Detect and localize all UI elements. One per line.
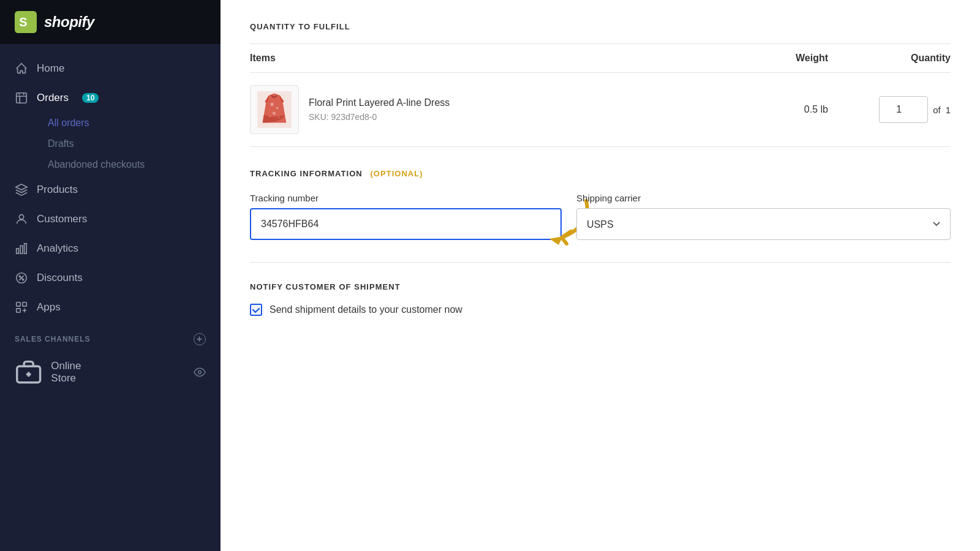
svg-point-19 — [276, 107, 279, 109]
product-info: Floral Print Layered A-line Dress SKU: 9… — [309, 97, 450, 122]
divider — [250, 262, 951, 263]
product-image — [250, 85, 299, 134]
product-name: Floral Print Layered A-line Dress — [309, 97, 450, 108]
product-sku: SKU: 923d7ed8-0 — [309, 112, 450, 122]
subnav-abandoned-checkouts[interactable]: Abandoned checkouts — [38, 154, 221, 175]
orders-label: Orders — [37, 92, 69, 104]
items-table: Items Weight Quantity — [250, 43, 951, 147]
discounts-icon — [15, 271, 28, 285]
sidebar-item-discounts[interactable]: Discounts — [0, 263, 221, 293]
apps-label: Apps — [37, 301, 61, 313]
subnav-all-orders[interactable]: All orders — [38, 113, 221, 133]
weight-col-header: Weight — [796, 53, 828, 63]
discounts-label: Discounts — [37, 272, 83, 284]
customers-label: Customers — [37, 213, 87, 225]
quantity-col-header: Quantity — [911, 53, 951, 64]
table-row: Floral Print Layered A-line Dress SKU: 9… — [250, 73, 951, 146]
sales-channels-section: SALES CHANNELS + — [0, 322, 221, 350]
subnav-drafts[interactable]: Drafts — [38, 133, 221, 154]
customers-icon — [15, 212, 28, 226]
shopify-logo-icon: S — [15, 11, 37, 33]
quantity-of-label: of — [933, 105, 941, 115]
orders-badge: 10 — [82, 93, 99, 103]
svg-point-18 — [271, 103, 274, 106]
svg-rect-11 — [23, 302, 26, 306]
notify-section: NOTIFY CUSTOMER OF SHIPMENT Send shipmen… — [250, 282, 951, 316]
tracking-optional-label: (OPTIONAL) — [370, 169, 423, 178]
orders-subnav: All orders Drafts Abandoned checkouts — [0, 113, 221, 175]
analytics-icon — [15, 242, 28, 255]
main-content: QUANTITY TO FULFILL Items Weight Quantit… — [221, 0, 980, 551]
sidebar-item-analytics[interactable]: Analytics — [0, 234, 221, 263]
items-table-header: Items Weight Quantity — [250, 44, 951, 73]
svg-rect-12 — [17, 309, 20, 312]
home-icon — [15, 62, 28, 75]
quantity-section-title: QUANTITY TO FULFILL — [250, 22, 951, 31]
sidebar-item-orders[interactable]: Orders 10 — [0, 83, 221, 113]
orders-icon — [15, 91, 28, 105]
tracking-number-input[interactable] — [250, 208, 562, 240]
svg-rect-6 — [24, 244, 27, 254]
sidebar-item-home[interactable]: Home — [0, 54, 221, 83]
shipping-carrier-field: Shipping carrier USPS FedEx UPS DHL Othe… — [576, 193, 951, 240]
svg-point-9 — [23, 279, 24, 280]
svg-text:S: S — [19, 15, 27, 29]
tracking-fields: Tracking number Shipping carrier USPS Fe… — [250, 193, 951, 240]
svg-rect-4 — [17, 249, 19, 253]
sidebar-item-online-store[interactable]: Online Store — [0, 350, 221, 394]
sidebar: S shopify Home Orders 10 All orders Dra — [0, 0, 221, 551]
shipping-carrier-label: Shipping carrier — [576, 193, 951, 203]
notify-label: Send shipment details to your customer n… — [270, 304, 462, 315]
products-label: Products — [37, 184, 78, 196]
svg-rect-5 — [20, 246, 23, 253]
products-icon — [15, 183, 28, 197]
tracking-section-title: TRACKING INFORMATION (OPTIONAL) — [250, 169, 951, 178]
home-label: Home — [37, 62, 64, 75]
sales-channels-label: SALES CHANNELS — [15, 335, 90, 343]
svg-point-20 — [273, 111, 276, 114]
quantity-control: of 1 — [828, 96, 951, 123]
quantity-input[interactable] — [879, 96, 928, 123]
tracking-section: TRACKING INFORMATION (OPTIONAL) Tracking… — [250, 169, 951, 240]
sidebar-item-customers[interactable]: Customers — [0, 204, 221, 234]
items-col-header: Items — [250, 53, 276, 64]
eye-icon — [194, 366, 206, 378]
online-store-label: Online Store — [51, 360, 81, 384]
add-sales-channel-button[interactable]: + — [194, 333, 206, 345]
product-weight: 0.5 lb — [748, 104, 828, 115]
notify-customer-checkbox[interactable] — [250, 304, 262, 316]
analytics-label: Analytics — [37, 242, 78, 255]
svg-point-16 — [198, 370, 202, 373]
svg-rect-10 — [17, 302, 20, 306]
sidebar-item-apps[interactable]: Apps — [0, 293, 221, 322]
notify-section-title: NOTIFY CUSTOMER OF SHIPMENT — [250, 282, 951, 291]
tracking-number-label: Tracking number — [250, 193, 562, 203]
sidebar-item-products[interactable]: Products — [0, 175, 221, 204]
svg-point-3 — [19, 215, 23, 219]
sidebar-nav: Home Orders 10 All orders Drafts Abandon… — [0, 44, 221, 551]
sidebar-header: S shopify — [0, 0, 221, 44]
notify-checkbox-row: Send shipment details to your customer n… — [250, 304, 951, 316]
apps-icon — [15, 301, 28, 314]
tracking-number-field: Tracking number — [250, 193, 562, 240]
shipping-carrier-select[interactable]: USPS FedEx UPS DHL Other — [576, 208, 951, 240]
quantity-total: 1 — [946, 105, 951, 115]
svg-point-8 — [19, 276, 20, 277]
checkmark-icon — [252, 305, 260, 314]
online-store-icon — [15, 358, 42, 386]
svg-rect-2 — [17, 93, 27, 103]
brand-name: shopify — [44, 13, 94, 31]
